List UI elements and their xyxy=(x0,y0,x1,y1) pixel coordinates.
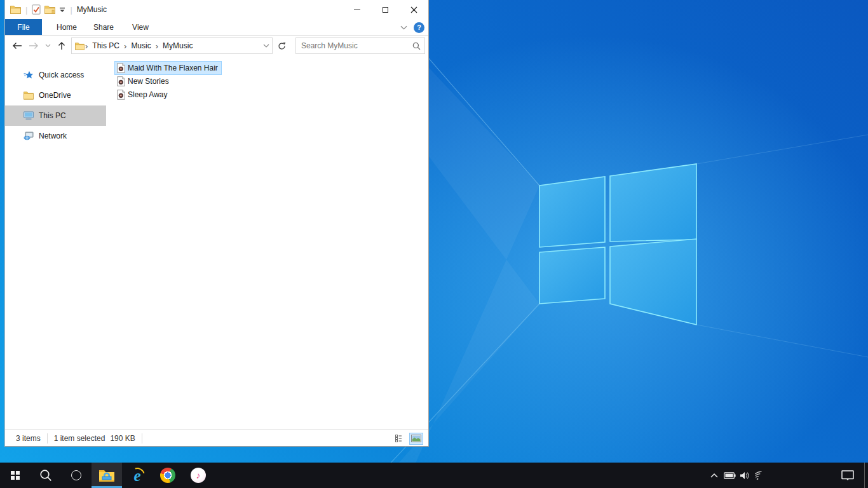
sidebar-item-label: This PC xyxy=(39,111,66,120)
search-input[interactable] xyxy=(301,41,412,50)
search-box[interactable] xyxy=(295,37,425,54)
file-name: Maid With The Flaxen Hair xyxy=(128,64,218,72)
sidebar-item-label: OneDrive xyxy=(39,91,71,100)
file-explorer-folder-icon xyxy=(98,468,115,482)
breadcrumb-this-pc[interactable]: This PC xyxy=(88,41,123,50)
address-row: › This PC › Music › MyMusic xyxy=(5,36,428,56)
file-name: New Stories xyxy=(128,77,169,86)
network-icon xyxy=(24,132,34,140)
tab-view[interactable]: View xyxy=(122,19,159,35)
network-indicator[interactable] xyxy=(752,463,768,488)
tab-file[interactable]: File xyxy=(5,19,42,35)
wifi-icon xyxy=(755,471,766,480)
window-folder-icon xyxy=(10,5,21,14)
action-center-button[interactable] xyxy=(840,463,855,488)
address-dropdown-chevron[interactable] xyxy=(263,44,269,48)
navigation-pane: Quick access OneDrive This PC Network xyxy=(5,56,106,430)
details-view-button[interactable] xyxy=(393,433,407,445)
file-row-sleep-away[interactable]: Sleep Away xyxy=(114,88,428,101)
window-title: MyMusic xyxy=(77,5,107,14)
back-button[interactable] xyxy=(9,37,25,54)
chevron-up-icon xyxy=(710,473,718,478)
audio-file-icon xyxy=(117,63,125,73)
windows-logo-panes xyxy=(539,164,696,325)
windows-logo-icon xyxy=(11,471,20,480)
refresh-button[interactable] xyxy=(274,37,289,54)
thumbnails-view-icon xyxy=(411,435,421,442)
address-bar[interactable]: › This PC › Music › MyMusic xyxy=(71,37,273,54)
search-magnifier-icon[interactable] xyxy=(412,42,421,50)
taskbar-search-button[interactable] xyxy=(31,463,61,488)
chrome-button[interactable] xyxy=(153,463,183,488)
sidebar-item-network[interactable]: Network xyxy=(5,126,106,146)
this-pc-monitor-icon xyxy=(24,111,34,120)
breadcrumb-mymusic[interactable]: MyMusic xyxy=(159,41,196,50)
volume-indicator[interactable] xyxy=(737,463,752,488)
close-button[interactable] xyxy=(400,0,428,19)
maximize-icon xyxy=(383,7,388,13)
items-count: 3 items xyxy=(16,434,41,443)
internet-explorer-button[interactable]: e xyxy=(122,463,153,488)
forward-button[interactable] xyxy=(25,37,42,54)
minimize-icon xyxy=(354,10,360,10)
window-controls xyxy=(342,0,428,19)
action-center-icon xyxy=(841,470,854,481)
quick-access-star-icon xyxy=(24,71,34,80)
status-divider xyxy=(142,433,142,444)
sidebar-item-label: Network xyxy=(39,132,67,140)
titlebar[interactable]: | | MyMusic xyxy=(5,0,428,19)
help-button[interactable]: ? xyxy=(414,22,424,33)
explorer-content: Quick access OneDrive This PC Network xyxy=(5,56,428,430)
search-magnifier-icon xyxy=(39,469,52,482)
minimize-button[interactable] xyxy=(342,0,371,19)
file-explorer-window: | | MyMusic File Home Share View xyxy=(4,0,429,447)
battery-indicator[interactable] xyxy=(722,463,737,488)
qat-separator: | xyxy=(25,5,28,15)
system-tray xyxy=(707,463,768,488)
file-list[interactable]: Maid With The Flaxen Hair New Stories Sl… xyxy=(106,56,428,430)
up-button[interactable] xyxy=(53,37,70,54)
status-bar: 3 items 1 item selected 190 KB xyxy=(5,430,428,447)
recent-locations-chevron[interactable] xyxy=(42,37,53,54)
file-row-maid-with-the-flaxen-hair[interactable]: Maid With The Flaxen Hair xyxy=(114,61,428,74)
qat-separator: | xyxy=(69,5,72,15)
taskbar: e ♪ xyxy=(0,463,868,488)
thumbnails-view-button[interactable] xyxy=(409,433,423,445)
sidebar-item-onedrive[interactable]: OneDrive xyxy=(5,85,106,105)
cortana-button[interactable] xyxy=(61,463,92,488)
tab-share[interactable]: Share xyxy=(85,19,122,35)
new-folder-icon[interactable] xyxy=(44,5,55,14)
tray-overflow-button[interactable] xyxy=(707,463,722,488)
onedrive-folder-icon xyxy=(24,91,34,100)
tab-home[interactable]: Home xyxy=(48,19,85,35)
file-row-new-stories[interactable]: New Stories xyxy=(114,74,428,88)
maximize-button[interactable] xyxy=(371,0,400,19)
itunes-button[interactable]: ♪ xyxy=(183,463,214,488)
customize-qat-dropdown[interactable] xyxy=(59,7,65,13)
battery-icon xyxy=(724,472,736,479)
audio-file-icon xyxy=(117,76,125,86)
cortana-circle-icon xyxy=(71,470,81,480)
start-button[interactable] xyxy=(0,463,31,488)
taskbar-file-explorer-button[interactable] xyxy=(92,463,122,488)
status-divider xyxy=(47,433,48,444)
audio-file-icon xyxy=(117,90,125,100)
action-center-area xyxy=(840,463,855,488)
properties-check-icon[interactable] xyxy=(32,4,41,15)
ie-icon: e xyxy=(129,467,146,484)
selection-count: 1 item selected xyxy=(54,434,105,443)
sidebar-item-quick-access[interactable]: Quick access xyxy=(5,65,106,85)
chrome-icon xyxy=(160,468,175,483)
sidebar-item-label: Quick access xyxy=(39,71,84,79)
file-name: Sleep Away xyxy=(128,90,168,99)
show-desktop-button[interactable] xyxy=(864,463,868,488)
expand-ribbon-chevron-icon[interactable] xyxy=(400,25,407,30)
sidebar-item-this-pc[interactable]: This PC xyxy=(5,105,106,126)
quick-access-toolbar: | | xyxy=(10,4,73,15)
address-folder-icon xyxy=(75,42,85,50)
breadcrumb-music[interactable]: Music xyxy=(127,41,154,50)
close-icon xyxy=(410,6,417,13)
ribbon-tab-bar: File Home Share View ? xyxy=(5,19,428,36)
selection-size: 190 KB xyxy=(110,434,135,443)
volume-icon xyxy=(740,471,750,480)
